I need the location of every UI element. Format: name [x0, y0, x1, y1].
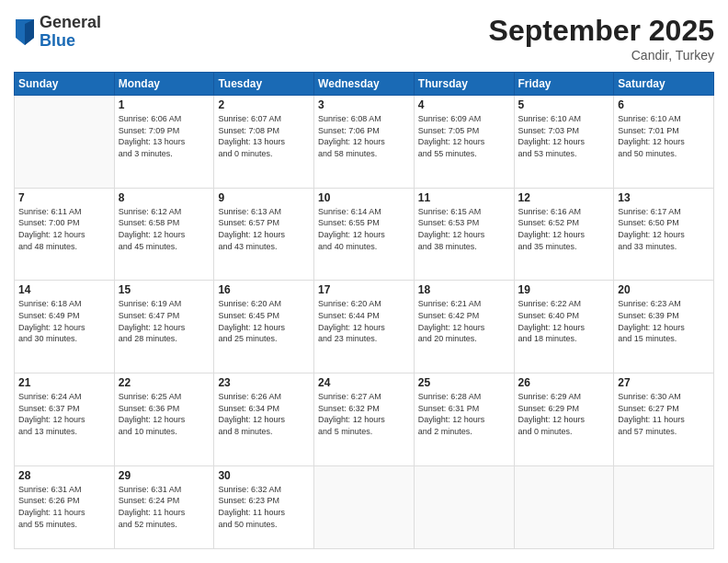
calendar-cell: 18Sunrise: 6:21 AM Sunset: 6:42 PM Dayli… — [414, 281, 514, 373]
logo: General Blue — [14, 14, 101, 51]
weekday-header: Thursday — [414, 73, 514, 96]
calendar-cell: 7Sunrise: 6:11 AM Sunset: 7:00 PM Daylig… — [15, 188, 115, 281]
calendar-cell — [514, 465, 614, 548]
calendar-cell: 25Sunrise: 6:28 AM Sunset: 6:31 PM Dayli… — [414, 373, 514, 466]
day-number: 30 — [218, 469, 310, 482]
calendar-cell: 6Sunrise: 6:10 AM Sunset: 7:01 PM Daylig… — [614, 96, 714, 189]
day-info: Sunrise: 6:21 AM Sunset: 6:42 PM Dayligh… — [418, 298, 510, 344]
day-number: 14 — [18, 283, 110, 296]
day-info: Sunrise: 6:18 AM Sunset: 6:49 PM Dayligh… — [18, 298, 110, 344]
calendar-cell: 30Sunrise: 6:32 AM Sunset: 6:23 PM Dayli… — [214, 465, 314, 548]
calendar-cell: 15Sunrise: 6:19 AM Sunset: 6:47 PM Dayli… — [114, 281, 214, 373]
calendar-cell: 22Sunrise: 6:25 AM Sunset: 6:36 PM Dayli… — [114, 373, 214, 466]
calendar-week-row: 7Sunrise: 6:11 AM Sunset: 7:00 PM Daylig… — [15, 188, 714, 281]
calendar-table: SundayMondayTuesdayWednesdayThursdayFrid… — [14, 72, 714, 549]
day-info: Sunrise: 6:08 AM Sunset: 7:06 PM Dayligh… — [318, 113, 410, 159]
calendar-cell: 20Sunrise: 6:23 AM Sunset: 6:39 PM Dayli… — [614, 281, 714, 373]
day-info: Sunrise: 6:20 AM Sunset: 6:44 PM Dayligh… — [318, 298, 410, 344]
calendar-cell: 24Sunrise: 6:27 AM Sunset: 6:32 PM Dayli… — [314, 373, 415, 466]
day-number: 11 — [418, 191, 510, 204]
day-info: Sunrise: 6:12 AM Sunset: 6:58 PM Dayligh… — [119, 206, 210, 252]
day-info: Sunrise: 6:13 AM Sunset: 6:57 PM Dayligh… — [218, 206, 310, 252]
calendar-cell: 14Sunrise: 6:18 AM Sunset: 6:49 PM Dayli… — [15, 281, 115, 373]
day-number: 26 — [518, 376, 610, 389]
calendar-cell: 11Sunrise: 6:15 AM Sunset: 6:53 PM Dayli… — [414, 188, 514, 281]
day-number: 13 — [618, 191, 710, 204]
header: General Blue September 2025 Candir, Turk… — [14, 14, 714, 63]
day-number: 27 — [618, 376, 710, 389]
day-number: 19 — [518, 283, 610, 296]
day-number: 28 — [18, 469, 110, 482]
calendar-cell: 10Sunrise: 6:14 AM Sunset: 6:55 PM Dayli… — [314, 188, 415, 281]
page: General Blue September 2025 Candir, Turk… — [0, 0, 728, 563]
day-number: 2 — [218, 98, 310, 111]
day-number: 3 — [318, 98, 410, 111]
day-info: Sunrise: 6:30 AM Sunset: 6:27 PM Dayligh… — [618, 391, 710, 437]
calendar-cell — [314, 465, 415, 548]
day-info: Sunrise: 6:06 AM Sunset: 7:09 PM Dayligh… — [119, 113, 210, 159]
calendar-cell — [614, 465, 714, 548]
calendar-cell: 8Sunrise: 6:12 AM Sunset: 6:58 PM Daylig… — [114, 188, 214, 281]
calendar-cell: 12Sunrise: 6:16 AM Sunset: 6:52 PM Dayli… — [514, 188, 614, 281]
day-info: Sunrise: 6:15 AM Sunset: 6:53 PM Dayligh… — [418, 206, 510, 252]
day-info: Sunrise: 6:07 AM Sunset: 7:08 PM Dayligh… — [218, 113, 310, 159]
calendar-cell — [15, 96, 115, 189]
day-info: Sunrise: 6:22 AM Sunset: 6:40 PM Dayligh… — [518, 298, 610, 344]
day-info: Sunrise: 6:23 AM Sunset: 6:39 PM Dayligh… — [618, 298, 710, 344]
weekday-header: Wednesday — [314, 73, 415, 96]
weekday-header: Friday — [514, 73, 614, 96]
day-info: Sunrise: 6:29 AM Sunset: 6:29 PM Dayligh… — [518, 391, 610, 437]
logo-text: General Blue — [40, 14, 101, 51]
month-title: September 2025 — [489, 14, 714, 48]
day-info: Sunrise: 6:09 AM Sunset: 7:05 PM Dayligh… — [418, 113, 510, 159]
calendar-cell: 9Sunrise: 6:13 AM Sunset: 6:57 PM Daylig… — [214, 188, 314, 281]
day-number: 16 — [218, 283, 310, 296]
day-info: Sunrise: 6:11 AM Sunset: 7:00 PM Dayligh… — [18, 206, 110, 252]
day-info: Sunrise: 6:25 AM Sunset: 6:36 PM Dayligh… — [119, 391, 210, 437]
day-number: 8 — [119, 191, 210, 204]
day-info: Sunrise: 6:10 AM Sunset: 7:03 PM Dayligh… — [518, 113, 610, 159]
location: Candir, Turkey — [489, 48, 714, 63]
logo-blue: Blue — [40, 32, 101, 51]
calendar-cell: 17Sunrise: 6:20 AM Sunset: 6:44 PM Dayli… — [314, 281, 415, 373]
day-number: 15 — [119, 283, 210, 296]
day-info: Sunrise: 6:28 AM Sunset: 6:31 PM Dayligh… — [418, 391, 510, 437]
day-number: 5 — [518, 98, 610, 111]
calendar-cell: 28Sunrise: 6:31 AM Sunset: 6:26 PM Dayli… — [15, 465, 115, 548]
calendar-cell: 2Sunrise: 6:07 AM Sunset: 7:08 PM Daylig… — [214, 96, 314, 189]
day-number: 22 — [119, 376, 210, 389]
title-area: September 2025 Candir, Turkey — [489, 14, 714, 63]
logo-icon — [16, 19, 34, 45]
calendar-cell: 27Sunrise: 6:30 AM Sunset: 6:27 PM Dayli… — [614, 373, 714, 466]
day-info: Sunrise: 6:20 AM Sunset: 6:45 PM Dayligh… — [218, 298, 310, 344]
day-info: Sunrise: 6:17 AM Sunset: 6:50 PM Dayligh… — [618, 206, 710, 252]
day-info: Sunrise: 6:27 AM Sunset: 6:32 PM Dayligh… — [318, 391, 410, 437]
day-info: Sunrise: 6:10 AM Sunset: 7:01 PM Dayligh… — [618, 113, 710, 159]
day-number: 7 — [18, 191, 110, 204]
day-info: Sunrise: 6:26 AM Sunset: 6:34 PM Dayligh… — [218, 391, 310, 437]
calendar-cell: 21Sunrise: 6:24 AM Sunset: 6:37 PM Dayli… — [15, 373, 115, 466]
weekday-header: Monday — [114, 73, 214, 96]
day-info: Sunrise: 6:16 AM Sunset: 6:52 PM Dayligh… — [518, 206, 610, 252]
day-info: Sunrise: 6:24 AM Sunset: 6:37 PM Dayligh… — [18, 391, 110, 437]
day-info: Sunrise: 6:31 AM Sunset: 6:26 PM Dayligh… — [18, 484, 110, 530]
day-number: 9 — [218, 191, 310, 204]
calendar-week-row: 21Sunrise: 6:24 AM Sunset: 6:37 PM Dayli… — [15, 373, 714, 466]
day-number: 18 — [418, 283, 510, 296]
day-number: 25 — [418, 376, 510, 389]
weekday-header: Saturday — [614, 73, 714, 96]
day-number: 4 — [418, 98, 510, 111]
day-number: 10 — [318, 191, 410, 204]
day-number: 6 — [618, 98, 710, 111]
day-number: 12 — [518, 191, 610, 204]
calendar-week-row: 28Sunrise: 6:31 AM Sunset: 6:26 PM Dayli… — [15, 465, 714, 548]
day-info: Sunrise: 6:31 AM Sunset: 6:24 PM Dayligh… — [119, 484, 210, 530]
calendar-cell: 23Sunrise: 6:26 AM Sunset: 6:34 PM Dayli… — [214, 373, 314, 466]
day-number: 23 — [218, 376, 310, 389]
day-number: 17 — [318, 283, 410, 296]
calendar-cell: 16Sunrise: 6:20 AM Sunset: 6:45 PM Dayli… — [214, 281, 314, 373]
day-number: 20 — [618, 283, 710, 296]
calendar-cell: 19Sunrise: 6:22 AM Sunset: 6:40 PM Dayli… — [514, 281, 614, 373]
day-info: Sunrise: 6:19 AM Sunset: 6:47 PM Dayligh… — [119, 298, 210, 344]
calendar-cell: 13Sunrise: 6:17 AM Sunset: 6:50 PM Dayli… — [614, 188, 714, 281]
